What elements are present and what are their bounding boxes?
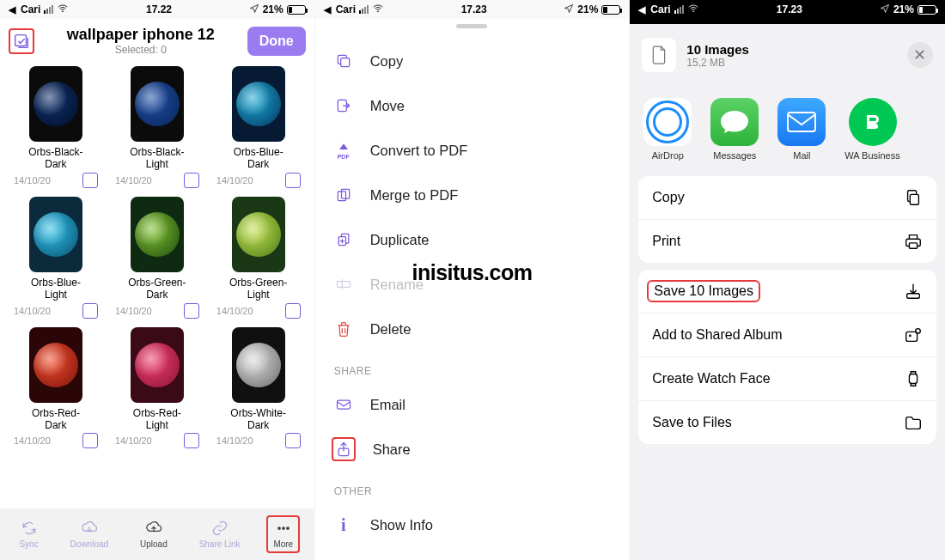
location-icon (880, 3, 890, 15)
action-save-files[interactable]: Save to Files (638, 401, 936, 444)
menu-convert-pdf-label: Convert to PDF (370, 143, 468, 159)
thumbnail[interactable] (232, 327, 285, 403)
grid-cell[interactable]: Orbs-Blue-Dark 14/10/20 (208, 66, 309, 193)
action-group-1: Copy Print (638, 176, 936, 263)
back-app-icon[interactable]: ◀ (9, 4, 15, 15)
share-title: 10 Images (686, 42, 749, 57)
menu-copy[interactable]: Copy (315, 39, 630, 83)
menu-duplicate-label: Duplicate (370, 232, 430, 248)
close-button[interactable]: ✕ (907, 42, 933, 68)
grid-cell[interactable]: Orbs-Green-Dark 14/10/20 (107, 197, 208, 324)
item-date: 14/10/20 (216, 175, 253, 186)
item-label: Orbs-Green-Light (229, 277, 287, 301)
menu-share[interactable]: Share (315, 427, 630, 472)
item-checkbox[interactable] (184, 433, 199, 448)
toolbar-upload[interactable]: Upload (135, 517, 173, 551)
clock: 17.23 (461, 3, 487, 15)
signal-icon (359, 5, 369, 14)
thumbnail[interactable] (29, 66, 82, 142)
menu-delete[interactable]: Delete (315, 307, 630, 351)
mail-icon (777, 98, 826, 146)
thumbnail[interactable] (29, 197, 82, 272)
svg-rect-6 (340, 58, 349, 67)
battery-pct: 21% (263, 3, 284, 15)
status-bar: ◀ Cari 17.23 21% (315, 0, 630, 19)
rename-icon (334, 275, 353, 294)
action-print[interactable]: Print (638, 220, 936, 263)
svg-rect-16 (910, 194, 918, 204)
bottom-toolbar: Sync Download Upload Share Link More (0, 508, 314, 560)
menu-duplicate[interactable]: Duplicate (315, 217, 630, 262)
action-watch-face[interactable]: Create Watch Face (638, 357, 936, 401)
select-all-button[interactable] (9, 28, 34, 54)
menu-move[interactable]: Move (315, 83, 630, 128)
grid-cell[interactable]: Orbs-Red-Dark 14/10/20 (5, 327, 107, 454)
app-mail[interactable]: Mail (777, 98, 826, 161)
grid-cell[interactable]: Orbs-Red-Light 14/10/20 (107, 327, 208, 454)
location-icon (249, 3, 259, 15)
menu-email[interactable]: Email (315, 382, 630, 427)
selection-count: Selected: 0 (34, 44, 247, 56)
app-messages[interactable]: Messages (710, 98, 759, 161)
thumbnail[interactable] (131, 197, 184, 272)
thumbnail[interactable] (131, 66, 184, 142)
app-airdrop-label: AirDrop (652, 150, 684, 161)
action-shared-album[interactable]: Add to Shared Album (638, 313, 936, 357)
done-button[interactable]: Done (247, 27, 306, 56)
thumbnail[interactable] (232, 66, 285, 142)
grid-cell[interactable]: Orbs-Blue-Light 14/10/20 (5, 197, 107, 324)
document-icon (642, 38, 676, 72)
item-checkbox[interactable] (184, 173, 199, 188)
action-group-2: Save 10 Images Add to Shared Album Creat… (638, 270, 936, 444)
grid-cell[interactable]: Orbs-White-Dark 14/10/20 (208, 327, 309, 454)
app-airdrop[interactable]: AirDrop (643, 98, 692, 161)
sheet-grabber[interactable] (456, 24, 487, 28)
toolbar-more-label: More (273, 539, 293, 549)
item-checkbox[interactable] (82, 433, 98, 448)
menu-share-label: Share (373, 441, 411, 458)
toolbar-sync[interactable]: Sync (14, 517, 43, 551)
svg-rect-22 (909, 374, 917, 384)
grid-cell[interactable]: Orbs-Green-Light 14/10/20 (208, 197, 309, 324)
email-icon (334, 395, 353, 414)
folder-icon (904, 413, 923, 432)
svg-rect-19 (906, 332, 918, 341)
airdrop-icon (643, 98, 692, 146)
item-checkbox[interactable] (285, 303, 301, 319)
app-wa-business[interactable]: WA Business (844, 98, 899, 161)
grid-cell[interactable]: Orbs-Black-Dark 14/10/20 (5, 66, 107, 193)
toolbar-more[interactable]: More (266, 515, 300, 553)
item-label: Orbs-Red-Dark (32, 407, 80, 432)
item-label: Orbs-Green-Dark (128, 277, 186, 301)
item-date: 14/10/20 (14, 306, 51, 316)
item-checkbox[interactable] (184, 303, 199, 319)
back-app-icon[interactable]: ◀ (638, 4, 645, 15)
thumbnail[interactable] (232, 197, 285, 272)
item-checkbox[interactable] (285, 173, 301, 188)
action-copy[interactable]: Copy (638, 176, 936, 220)
thumbnail[interactable] (131, 327, 184, 403)
menu-merge-pdf[interactable]: Merge to PDF (315, 173, 630, 217)
svg-point-5 (377, 10, 379, 12)
item-label: Orbs-Red-Light (133, 407, 181, 432)
item-checkbox[interactable] (82, 173, 98, 188)
wa-business-icon (849, 98, 897, 146)
toolbar-share-link[interactable]: Share Link (194, 517, 246, 551)
shared-album-icon (904, 326, 923, 344)
item-checkbox[interactable] (285, 433, 301, 448)
back-app-icon[interactable]: ◀ (324, 4, 331, 15)
item-label: Orbs-Black-Light (130, 146, 184, 171)
action-save-images[interactable]: Save 10 Images (638, 270, 936, 313)
item-checkbox[interactable] (82, 303, 98, 319)
toolbar-download-label: Download (70, 539, 108, 549)
pdf-badge: PDF (338, 154, 350, 160)
menu-convert-pdf[interactable]: PDF Convert to PDF (315, 128, 630, 173)
toolbar-download[interactable]: Download (65, 517, 113, 551)
action-shared-album-label: Add to Shared Album (652, 327, 782, 343)
thumbnail[interactable] (29, 327, 82, 403)
grid-cell[interactable]: Orbs-Black-Light 14/10/20 (107, 66, 208, 193)
section-share-header: Share (315, 351, 630, 382)
menu-show-info[interactable]: i Show Info (315, 502, 630, 547)
info-icon: i (334, 515, 353, 534)
menu-copy-label: Copy (370, 53, 404, 70)
